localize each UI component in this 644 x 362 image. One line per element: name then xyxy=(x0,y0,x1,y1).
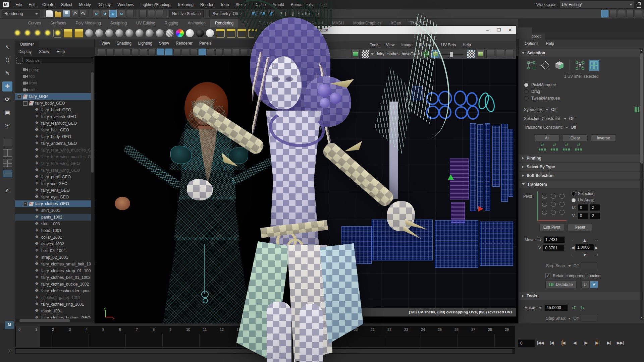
shelf-tab[interactable]: Rendering xyxy=(210,19,238,27)
depth-of-field-icon[interactable] xyxy=(207,49,214,55)
go-to-end-button[interactable]: ▶▶| xyxy=(616,339,625,347)
uv-editor-menu-item[interactable]: Textures xyxy=(416,42,438,49)
uv-editor-menu-item[interactable]: Tools xyxy=(367,42,383,49)
outliner-item[interactable]: − fairy_eyelash_GEO xyxy=(15,113,94,120)
uv-area-v-min-field[interactable]: 0 xyxy=(578,213,588,219)
outliner-item[interactable]: − fairy_clothesshoulder_gaurd_ xyxy=(15,288,94,294)
input-connections-icon[interactable] xyxy=(139,10,147,17)
volume-light-icon[interactable] xyxy=(54,29,62,37)
outliner-item[interactable]: − fairy_lens_GEO xyxy=(15,187,94,194)
viewport-menu-item[interactable]: View xyxy=(98,39,113,48)
live-surface-field[interactable]: No Live Surface xyxy=(169,10,204,17)
shelf-tab[interactable]: UV Editing xyxy=(131,19,160,27)
outliner-item[interactable]: − collar_1001 xyxy=(15,234,94,241)
ambient-occlusion-icon[interactable] xyxy=(182,49,189,55)
smooth-shade-mode-icon[interactable] xyxy=(148,49,156,55)
step-forward-frame-button[interactable]: ▶| xyxy=(604,339,613,347)
use-all-lights-icon[interactable] xyxy=(165,49,172,55)
redo-icon[interactable] xyxy=(79,10,87,17)
image-dim-slider[interactable] xyxy=(441,54,463,55)
menu-item[interactable]: Cache xyxy=(251,0,269,9)
outliner-menu-item[interactable]: Display xyxy=(15,48,35,56)
play-backwards-button[interactable]: ◀ xyxy=(570,339,579,347)
uv-area-u-min-field[interactable]: 0 xyxy=(578,204,588,211)
uv-area-u-max-field[interactable]: 2 xyxy=(590,204,600,211)
shelf-tab[interactable]: Rigging xyxy=(160,19,183,27)
make-live-icon[interactable] xyxy=(126,10,133,17)
viewport-menu-item[interactable]: Renderer xyxy=(172,39,196,48)
area-light-icon[interactable] xyxy=(44,29,52,37)
outliner-item[interactable]: − strap_02_1001 xyxy=(15,254,94,261)
uv-editor-menu-item[interactable]: UV Sets xyxy=(438,42,459,49)
selection-mode-radio[interactable]: Pick/Marquee xyxy=(519,81,644,88)
time-slider[interactable]: 0123456789101112131415161718192021222324… xyxy=(15,326,515,347)
transform-constraint-row[interactable]: Transform Constraint: Off xyxy=(519,123,644,132)
scale-tool-icon[interactable]: ▣ xyxy=(2,108,12,118)
phong-e-material-icon[interactable] xyxy=(125,29,133,37)
maximize-button[interactable]: ❐ xyxy=(493,26,504,34)
outliner-item[interactable]: − fairy_clothes_buckle_1002 xyxy=(15,281,94,288)
outliner-item[interactable]: − side xyxy=(15,86,94,93)
layout-single-pane-button[interactable] xyxy=(3,139,12,146)
expand-toggle-icon[interactable]: − xyxy=(17,95,21,99)
anisotropic-material-icon[interactable] xyxy=(136,29,144,37)
blinn-material-icon[interactable] xyxy=(95,29,103,37)
outliner-tab[interactable]: Outliner xyxy=(15,41,39,47)
layered-shader-icon[interactable] xyxy=(146,29,154,37)
shading-map-icon[interactable] xyxy=(156,29,164,37)
uv-shell-component-icon[interactable] xyxy=(589,60,599,71)
nudge-left-icon[interactable]: ◀ xyxy=(571,245,575,250)
uv-editor-menu-item[interactable]: View xyxy=(383,42,398,49)
outliner-item[interactable]: − fairy_body_GEO xyxy=(15,133,94,140)
uv-editor-window[interactable]: M UV Editor – ❐ ✕ UV Editor Edit Tools V… xyxy=(301,25,516,317)
symmetry-row[interactable]: Symmetry: Off xyxy=(519,105,644,114)
outliner-item[interactable]: − fairy_head_GEO xyxy=(15,107,94,113)
outliner-vertical-scrollbar[interactable] xyxy=(91,71,94,321)
outliner-item[interactable]: − fairy_GRP xyxy=(15,93,94,100)
outliner-item[interactable]: − fairy_pupil_GEO xyxy=(15,174,94,180)
snap-to-point-icon[interactable] xyxy=(109,10,117,17)
render-view-window-icon[interactable] xyxy=(237,29,246,38)
close-button[interactable]: ✕ xyxy=(504,26,516,34)
collapsed-section-header[interactable]: Select By Type xyxy=(519,163,644,171)
collapsed-section-header[interactable]: Pinning xyxy=(519,155,644,162)
select-tool-icon[interactable]: ↖ xyxy=(2,42,12,52)
toggle-channel-box-icon[interactable] xyxy=(635,10,642,17)
directional-light-icon[interactable] xyxy=(34,29,42,37)
checkbox-icon[interactable]: ✓ xyxy=(545,273,550,278)
shelf-tab[interactable]: Curves xyxy=(23,19,46,27)
move-u-field[interactable]: 1.7431 xyxy=(543,236,565,243)
outliner-item[interactable]: − fairy_iris_GEO xyxy=(15,180,94,187)
outliner-item[interactable]: − skirt_1003 xyxy=(15,221,94,227)
outliner-item[interactable]: − top xyxy=(15,73,94,80)
layout-persp-outliner-button[interactable] xyxy=(3,170,12,177)
surface-shader-icon[interactable] xyxy=(186,29,194,37)
step-back-frame-button[interactable]: |◀ xyxy=(547,339,556,347)
outliner-item[interactable]: − fairy_fore_wing_GEO xyxy=(15,160,94,167)
file-texture-icon[interactable] xyxy=(64,29,72,38)
snap-to-grid-icon[interactable] xyxy=(93,10,100,17)
minimize-button[interactable]: – xyxy=(482,26,493,34)
zoom-tool-icon[interactable]: ⌕ xyxy=(2,185,12,195)
selection-mode-radio[interactable]: Tweak/Marquee xyxy=(519,95,644,102)
outliner-menu-item[interactable]: Show xyxy=(36,48,52,56)
selection-constraint-row[interactable]: Selection Constraint: Off xyxy=(519,114,644,123)
outliner-search-input[interactable] xyxy=(24,57,93,64)
expand-toggle-icon[interactable]: − xyxy=(23,101,28,106)
rotate-step-snap-row[interactable]: Step Snap: Off xyxy=(519,311,644,322)
menu-item[interactable]: Lighting/Shading xyxy=(137,0,174,9)
xray-icon[interactable] xyxy=(224,49,231,55)
output-connections-icon[interactable] xyxy=(148,10,155,17)
move-step-field[interactable]: 1.0000 xyxy=(575,244,594,251)
outliner-item[interactable]: − hood_1001 xyxy=(15,227,94,234)
play-forwards-button[interactable]: ▶ xyxy=(582,339,590,347)
render-settings-icon[interactable] xyxy=(267,10,275,17)
pause-icon[interactable]: ❚❚ xyxy=(279,11,287,16)
selection-button[interactable]: Inverse xyxy=(591,134,616,142)
outliner-item[interactable]: − fairy_clothes_small_belt_1002 xyxy=(15,261,94,267)
nudge-down-icon[interactable]: ▼ xyxy=(583,252,587,257)
outliner-item[interactable]: − fairy_clothes_GEO xyxy=(15,200,94,207)
grow-shell-selection-icon[interactable] xyxy=(563,145,570,150)
shelf-tab[interactable]: FX xyxy=(238,19,253,27)
section-transform[interactable]: Transform xyxy=(519,181,644,188)
